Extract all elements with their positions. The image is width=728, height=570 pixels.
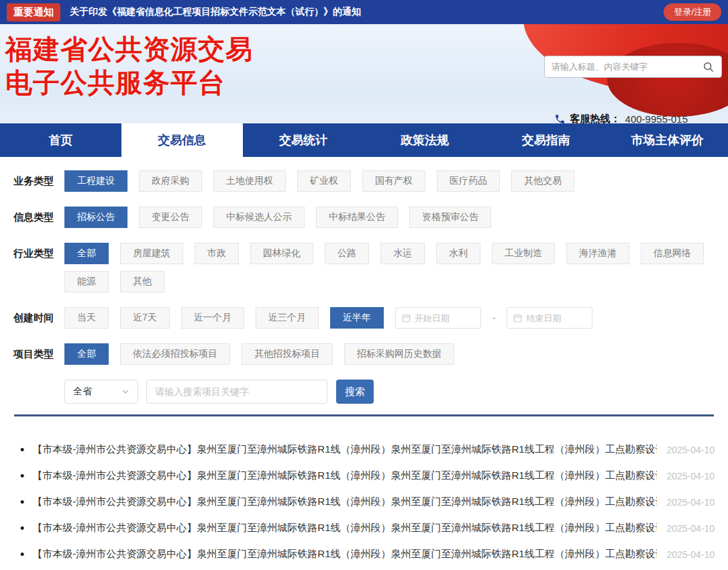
filter-option[interactable]: 房屋建筑 bbox=[120, 243, 183, 264]
region-select-value: 全省 bbox=[73, 386, 92, 398]
list-item[interactable]: •【市本级-漳州市公共资源交易中心】泉州至厦门至漳州城际铁路R1线（漳州段）泉州… bbox=[20, 489, 715, 515]
item-date: 2025-04-10 bbox=[666, 549, 715, 560]
important-notice-badge: 重要通知 bbox=[7, 3, 60, 21]
start-date-field[interactable] bbox=[395, 307, 481, 329]
filter-option[interactable]: 信息网络 bbox=[641, 243, 704, 264]
filter-label: 信息类型 bbox=[13, 207, 64, 228]
list-item[interactable]: •【市本级-漳州市公共资源交易中心】泉州至厦门至漳州城际铁路R1线（漳州段）泉州… bbox=[20, 541, 715, 567]
filter-option[interactable]: 土地使用权 bbox=[213, 170, 286, 192]
calendar-icon bbox=[513, 314, 522, 323]
filter-options: 全部房屋建筑市政园林绿化公路水运水利工业制造海洋渔港信息网络能源其他 bbox=[64, 243, 715, 292]
filter-option[interactable]: 矿业权 bbox=[297, 170, 351, 192]
nav-tabs: 首页交易信息交易统计政策法规交易指南市场主体评价 bbox=[0, 123, 728, 157]
bullet-icon: • bbox=[20, 470, 24, 482]
nav-tab[interactable]: 政策法规 bbox=[364, 123, 485, 157]
item-title[interactable]: 【市本级-漳州市公共资源交易中心】泉州至厦门至漳州城际铁路R1线（漳州段）泉州至… bbox=[32, 443, 657, 456]
bullet-icon: • bbox=[20, 522, 24, 534]
header-search-box bbox=[544, 56, 722, 78]
filter-label: 项目类型 bbox=[13, 343, 64, 365]
end-date-field[interactable] bbox=[507, 307, 592, 329]
end-date-field-input[interactable] bbox=[526, 313, 586, 323]
list-item[interactable]: •【市本级-漳州市公共资源交易中心】泉州至厦门至漳州城际铁路R1线（漳州段）泉州… bbox=[20, 515, 715, 541]
login-register-button[interactable]: 登录/注册 bbox=[664, 3, 721, 21]
filter-option[interactable]: 招标采购网历史数据 bbox=[344, 343, 454, 365]
list-item[interactable]: •【市本级-漳州市公共资源交易中心】泉州至厦门至漳州城际铁路R1线（漳州段）泉州… bbox=[20, 437, 715, 463]
filter-option[interactable]: 近7天 bbox=[120, 307, 170, 329]
filter-label: 行业类型 bbox=[13, 243, 64, 264]
filter-option[interactable]: 其他 bbox=[120, 271, 164, 292]
filter-option[interactable]: 变更公告 bbox=[139, 207, 202, 228]
filter-option[interactable]: 全部 bbox=[64, 343, 109, 365]
filter-option[interactable]: 资格预审公告 bbox=[409, 207, 491, 228]
bullet-icon: • bbox=[20, 496, 24, 508]
filter-option[interactable]: 园林绿化 bbox=[250, 243, 313, 264]
region-select[interactable]: 全省 bbox=[64, 380, 138, 404]
site-logo: 福建省公共资源交易 电子公共服务平台 bbox=[5, 32, 253, 99]
item-date: 2025-04-10 bbox=[666, 497, 715, 508]
hotline-number: 400-9955-015 bbox=[625, 113, 688, 123]
logo-line1: 福建省公共资源交易 bbox=[5, 32, 253, 66]
filter-option[interactable]: 依法必须招投标项目 bbox=[120, 343, 230, 365]
filter-option[interactable]: 能源 bbox=[64, 271, 109, 292]
filter-options: 工程建设政府采购土地使用权矿业权国有产权医疗药品其他交易 bbox=[64, 170, 715, 192]
filter-option[interactable]: 水利 bbox=[436, 243, 480, 264]
filter-option[interactable]: 政府采购 bbox=[139, 170, 202, 192]
search-icon[interactable] bbox=[703, 61, 715, 73]
filter-option[interactable]: 中标结果公告 bbox=[316, 207, 398, 228]
logo-line2: 电子公共服务平台 bbox=[5, 66, 253, 99]
result-list: •【市本级-漳州市公共资源交易中心】泉州至厦门至漳州城际铁路R1线（漳州段）泉州… bbox=[0, 416, 728, 567]
search-button[interactable]: 搜索 bbox=[336, 380, 374, 404]
nav-tab[interactable]: 市场主体评价 bbox=[607, 123, 728, 157]
filter-label: 业务类型 bbox=[13, 170, 64, 192]
item-title[interactable]: 【市本级-漳州市公共资源交易中心】泉州至厦门至漳州城际铁路R1线（漳州段）泉州至… bbox=[32, 469, 657, 482]
filter-option[interactable]: 公路 bbox=[325, 243, 369, 264]
nav-tab[interactable]: 交易统计 bbox=[243, 123, 364, 157]
item-title[interactable]: 【市本级-漳州市公共资源交易中心】泉州至厦门至漳州城际铁路R1线（漳州段）泉州至… bbox=[32, 548, 657, 561]
filter-option[interactable]: 近一个月 bbox=[181, 307, 244, 329]
nav-tab[interactable]: 交易信息 bbox=[121, 123, 243, 157]
notice-bar: 重要通知 关于印发《福建省信息化工程项目招标文件示范文本（试行）》的通知 登录/… bbox=[0, 0, 728, 24]
filter-options: 全部依法必须招投标项目其他招投标项目招标采购网历史数据 bbox=[64, 343, 715, 365]
filter-row-create-time: 创建时间当天近7天近一个月近三个月近半年- bbox=[13, 307, 715, 329]
filter-option[interactable]: 海洋渔港 bbox=[566, 243, 629, 264]
filter-option[interactable]: 其他交易 bbox=[511, 170, 574, 192]
filter-option[interactable]: 国有产权 bbox=[362, 170, 425, 192]
nav-tab[interactable]: 首页 bbox=[0, 123, 121, 157]
filter-option[interactable]: 近半年 bbox=[330, 307, 384, 329]
chevron-down-icon bbox=[121, 388, 129, 396]
filter-option[interactable]: 全部 bbox=[64, 243, 109, 264]
filter-label: 创建时间 bbox=[13, 307, 64, 329]
header: 福建省公共资源交易 电子公共服务平台 客服热线： 400-9955-015 bbox=[0, 24, 728, 123]
filter-rows: 业务类型工程建设政府采购土地使用权矿业权国有产权医疗药品其他交易信息类型招标公告… bbox=[13, 170, 715, 365]
filter-option[interactable]: 市政 bbox=[195, 243, 239, 264]
filter-option[interactable]: 医疗药品 bbox=[437, 170, 500, 192]
filter-option[interactable]: 其他招投标项目 bbox=[242, 343, 333, 365]
filter-option[interactable]: 工业制造 bbox=[492, 243, 555, 264]
filter-option[interactable]: 近三个月 bbox=[256, 307, 319, 329]
item-title[interactable]: 【市本级-漳州市公共资源交易中心】泉州至厦门至漳州城际铁路R1线（漳州段）泉州至… bbox=[32, 496, 657, 508]
project-keyword-input[interactable] bbox=[146, 380, 327, 404]
filter-row-industry-type: 行业类型全部房屋建筑市政园林绿化公路水运水利工业制造海洋渔港信息网络能源其他 bbox=[13, 243, 715, 292]
filter-option[interactable]: 水运 bbox=[380, 243, 425, 264]
filter-row-project-type: 项目类型全部依法必须招投标项目其他招投标项目招标采购网历史数据 bbox=[13, 343, 715, 365]
notice-link[interactable]: 关于印发《福建省信息化工程项目招标文件示范文本（试行）》的通知 bbox=[70, 6, 361, 18]
list-item[interactable]: •【市本级-漳州市公共资源交易中心】泉州至厦门至漳州城际铁路R1线（漳州段）泉州… bbox=[20, 463, 715, 489]
item-title[interactable]: 【市本级-漳州市公共资源交易中心】泉州至厦门至漳州城际铁路R1线（漳州段）泉州至… bbox=[32, 522, 657, 534]
filter-option[interactable]: 招标公告 bbox=[64, 207, 127, 228]
hotline: 客服热线： 400-9955-015 bbox=[554, 113, 688, 123]
header-search-input[interactable] bbox=[552, 62, 703, 72]
item-date: 2025-04-10 bbox=[666, 445, 715, 455]
bullet-icon: • bbox=[20, 549, 24, 561]
start-date-field-input[interactable] bbox=[415, 313, 474, 323]
nav-tab[interactable]: 交易指南 bbox=[485, 123, 607, 157]
phone-icon bbox=[554, 113, 566, 123]
bullet-icon: • bbox=[20, 444, 24, 456]
item-date: 2025-04-10 bbox=[666, 471, 715, 481]
filter-option[interactable]: 中标候选人公示 bbox=[213, 207, 305, 228]
filter-row-info-type: 信息类型招标公告变更公告中标候选人公示中标结果公告资格预审公告 bbox=[13, 207, 715, 228]
filter-option[interactable]: 工程建设 bbox=[64, 170, 127, 192]
page: 重要通知 关于印发《福建省信息化工程项目招标文件示范文本（试行）》的通知 登录/… bbox=[0, 0, 728, 570]
filter-option[interactable]: 当天 bbox=[64, 307, 109, 329]
calendar-icon bbox=[402, 314, 411, 323]
project-search-row: 全省 搜索 bbox=[64, 380, 715, 404]
